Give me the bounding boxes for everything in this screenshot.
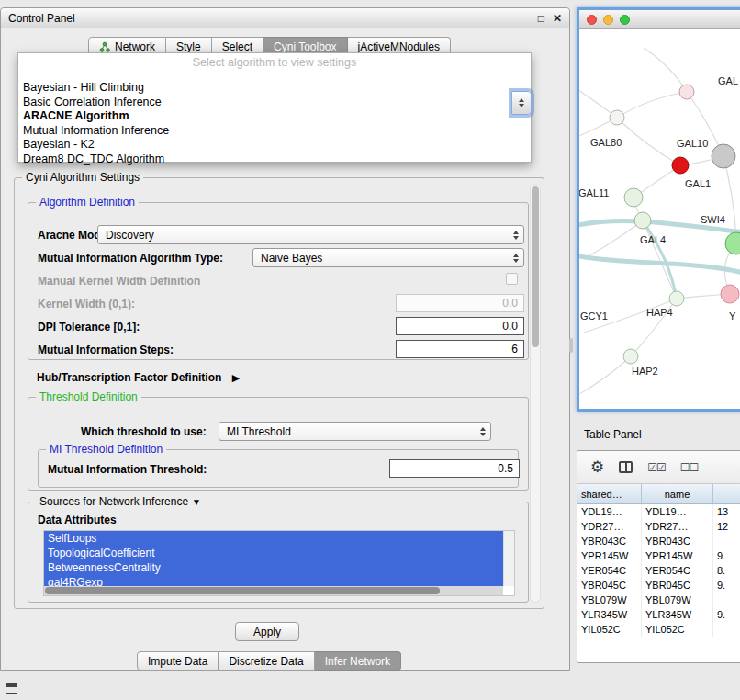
- tab-impute-data-label: Impute Data: [148, 655, 207, 668]
- aracne-mode-select[interactable]: Discovery: [97, 225, 524, 244]
- zoom-traffic-light-icon[interactable]: [620, 15, 630, 25]
- tab-infer-network[interactable]: Infer Network: [315, 651, 401, 671]
- which-threshold-value: MI Threshold: [227, 425, 291, 438]
- column-header-name[interactable]: name: [642, 484, 713, 503]
- settings-legend: Cyni Algorithm Settings: [22, 171, 143, 184]
- network-window-titlebar[interactable]: [579, 10, 740, 29]
- node-label: SWI4: [701, 214, 725, 225]
- column-header-partial[interactable]: [713, 484, 740, 503]
- network-canvas[interactable]: GAL GAL80 GAL10 GAL11 GAL1 SWI4 GAL4 GCY…: [579, 29, 740, 409]
- algorithm-option[interactable]: Bayesian - Hill Climbing: [18, 81, 531, 96]
- dpi-tolerance-field[interactable]: [396, 317, 524, 335]
- mi-steps-field[interactable]: [396, 340, 524, 358]
- sources-legend[interactable]: Sources for Network Inference ▼: [36, 495, 205, 508]
- which-threshold-label: Which threshold to use:: [81, 425, 207, 438]
- table-cell: YER054C: [577, 563, 642, 578]
- gear-icon[interactable]: ⚙: [590, 457, 604, 477]
- data-attributes-list[interactable]: SelfLoops TopologicalCoefficient Between…: [43, 530, 515, 596]
- algorithm-option-selected[interactable]: ARACNE Algorithm: [18, 109, 531, 124]
- manual-kernel-checkbox[interactable]: [506, 273, 518, 285]
- table-cell: YDR27…: [642, 519, 713, 534]
- list-item[interactable]: TopologicalCoefficient: [44, 546, 503, 560]
- combo-stepper-icon: [513, 254, 519, 263]
- table-cell: YPR145W: [642, 548, 713, 563]
- mi-threshold-field[interactable]: [389, 459, 520, 478]
- restore-panel-icon[interactable]: [6, 683, 17, 694]
- table-row[interactable]: YDR27… YDR27… 12: [577, 519, 740, 534]
- select-all-icon[interactable]: ☑☑: [647, 461, 666, 474]
- tab-style-label: Style: [176, 40, 201, 53]
- list-horizontal-scrollbar[interactable]: [44, 586, 503, 595]
- table-row[interactable]: YBR043C YBR043C: [577, 534, 740, 548]
- network-node-swi4: [725, 232, 740, 254]
- table-cell: YLR345W: [642, 607, 713, 622]
- kernel-width-label: Kernel Width (0,1):: [38, 298, 135, 310]
- network-node-gal11: [624, 188, 643, 207]
- list-item[interactable]: BetweennessCentrality: [44, 560, 503, 575]
- table-row[interactable]: YER054C YER054C 8.: [577, 563, 740, 578]
- float-window-icon[interactable]: □: [538, 12, 544, 25]
- kernel-width-field[interactable]: [396, 294, 524, 312]
- deselect-all-icon[interactable]: ☐☐: [680, 461, 699, 474]
- mi-threshold-legend: MI Threshold Definition: [46, 443, 166, 456]
- algorithm-combobox-button[interactable]: [511, 91, 532, 115]
- tab-impute-data[interactable]: Impute Data: [137, 651, 219, 671]
- table-cell: 8.: [713, 563, 740, 578]
- network-node-hap4: [669, 291, 684, 306]
- table-row[interactable]: YDL19… YDL19… 13: [577, 504, 740, 519]
- table-row[interactable]: YIL052C YIL052C: [577, 622, 740, 637]
- table-cell: [713, 622, 740, 637]
- algorithm-option[interactable]: Bayesian - K2: [18, 138, 531, 152]
- algorithm-option[interactable]: Mutual Information Inference: [18, 124, 531, 139]
- table-cell: YBR043C: [577, 534, 642, 548]
- table-row[interactable]: YPR145W YPR145W 9.: [577, 548, 740, 563]
- control-panel-titlebar[interactable]: Control Panel □ ✕: [1, 8, 569, 28]
- hub-section-toggle[interactable]: Hub/Transcription Factor Definition ▶: [37, 371, 240, 384]
- sources-legend-label: Sources for Network Inference: [39, 495, 188, 508]
- table-cell: [713, 593, 740, 607]
- tab-discretize-data[interactable]: Discretize Data: [219, 651, 314, 671]
- column-header-shared-name[interactable]: shared…: [577, 484, 642, 503]
- tab-jactivemnodules-label: jActiveMNodules: [358, 40, 440, 53]
- mi-threshold-group: MI Threshold Definition Mutual Informati…: [38, 449, 519, 488]
- which-threshold-select[interactable]: MI Threshold: [219, 422, 491, 441]
- tab-infer-network-label: Infer Network: [325, 655, 390, 668]
- tab-select-label: Select: [222, 40, 252, 53]
- list-item[interactable]: SelfLoops: [44, 531, 503, 546]
- table-panel-title: Table Panel: [584, 428, 642, 441]
- column-selector-icon[interactable]: [619, 461, 633, 473]
- settings-scrollbar[interactable]: [530, 184, 541, 603]
- table-row[interactable]: YLR345W YLR345W 9.: [577, 607, 740, 622]
- hub-section-label: Hub/Transcription Factor Definition: [37, 371, 221, 384]
- mi-type-select[interactable]: Naive Bayes: [252, 248, 524, 267]
- settings-scrollbar-thumb[interactable]: [532, 186, 539, 347]
- algorithm-option[interactable]: Dream8 DC_TDC Algorithm: [18, 152, 531, 167]
- table-toolbar: ⚙ ☑☑ ☐☐: [577, 451, 740, 484]
- threshold-definition-group: Threshold Definition Which threshold to …: [28, 397, 529, 491]
- table-cell: YBR045C: [642, 578, 713, 593]
- node-label: GAL: [718, 75, 738, 86]
- list-vertical-scrollbar[interactable]: [503, 531, 514, 586]
- network-icon: [99, 41, 110, 52]
- close-traffic-light-icon[interactable]: [587, 15, 597, 25]
- table-cell: YBL079W: [577, 593, 642, 607]
- apply-button[interactable]: Apply: [235, 622, 299, 641]
- chevron-down-icon: ▼: [192, 497, 201, 507]
- list-horizontal-scrollbar-thumb[interactable]: [45, 587, 440, 594]
- algorithm-option[interactable]: Basic Correlation Inference: [18, 96, 531, 110]
- tab-discretize-data-label: Discretize Data: [229, 655, 303, 668]
- split-pane-handle[interactable]: [569, 338, 573, 353]
- network-node-hap2: [623, 349, 638, 364]
- minimize-traffic-light-icon[interactable]: [603, 15, 613, 25]
- table-cell: YBL079W: [642, 593, 713, 607]
- network-node: [679, 85, 694, 99]
- table-row[interactable]: YBL079W YBL079W: [577, 593, 740, 607]
- close-icon[interactable]: ✕: [553, 12, 562, 25]
- node-label: GAL80: [590, 137, 622, 148]
- table-row[interactable]: YBR045C YBR045C 9.: [577, 578, 740, 593]
- table-cell: YDR27…: [577, 519, 642, 534]
- table-cell: YPR145W: [577, 548, 642, 563]
- node-label: GAL10: [677, 138, 708, 149]
- cyni-algorithm-settings-group: Cyni Algorithm Settings Algorithm Defini…: [14, 177, 544, 609]
- network-node-gal10: [672, 157, 689, 174]
